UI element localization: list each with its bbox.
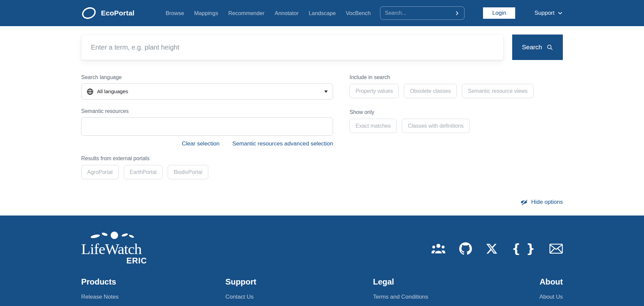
chip-resource-views[interactable]: Semantic resource views [462, 84, 534, 98]
footer-about-title: About [537, 277, 563, 287]
chip-classes-with-definitions[interactable]: Classes with definitions [402, 119, 470, 133]
lifewatch-eric: ERIC [81, 256, 147, 265]
mail-icon[interactable] [549, 244, 563, 254]
caret-down-icon [324, 90, 328, 93]
search-button[interactable]: Search [512, 35, 563, 60]
hide-options-label: Hide options [531, 199, 563, 205]
search-language-label: Search language [81, 74, 333, 80]
ecoportal-logo-icon [81, 6, 97, 20]
advanced-selection-link[interactable]: Semantic resources advanced selection [232, 140, 333, 147]
semantic-resources-label: Semantic resources [81, 108, 333, 114]
term-search-input[interactable] [81, 35, 503, 60]
x-twitter-icon[interactable] [486, 243, 498, 255]
semantic-resources-input[interactable] [81, 117, 333, 136]
nav-mappings[interactable]: Mappings [194, 10, 218, 16]
login-button[interactable]: Login [483, 7, 515, 19]
chip-earthportal[interactable]: EarthPortal [124, 165, 163, 179]
nav-annotator[interactable]: Annotator [275, 10, 299, 16]
chip-biodivportal[interactable]: BiodivPortal [168, 165, 208, 179]
footer-col-about: About About Us [537, 277, 563, 300]
brand-name: EcoPortal [101, 9, 135, 17]
nav-landscape[interactable]: Landscape [309, 10, 336, 16]
chevron-right-icon[interactable] [454, 10, 460, 16]
chip-property-values[interactable]: Property values [350, 84, 399, 98]
navbar-search-input[interactable] [385, 10, 454, 16]
footer-col-support: Support Contact Us [225, 277, 373, 300]
eye-slash-icon [520, 198, 528, 206]
lifewatch-logo-decoration [90, 232, 144, 242]
nav-browse[interactable]: Browse [166, 10, 184, 16]
nav-recommender[interactable]: Recommender [228, 10, 264, 16]
users-group-icon[interactable] [431, 243, 445, 254]
terms-link[interactable]: Terms and Conditions [373, 294, 537, 300]
include-in-search-label: Include in search [350, 74, 563, 80]
magnifier-icon [546, 44, 553, 51]
social-links: { } [431, 242, 563, 255]
lifewatch-wordmark: LifeWatch [81, 242, 148, 257]
ecoportal-brand[interactable]: EcoPortal [81, 6, 135, 20]
chip-obsolete-classes[interactable]: Obsolete classes [404, 84, 457, 98]
search-options-panel: Search language All languages Semantic r… [81, 74, 563, 179]
code-braces-icon[interactable]: { } [512, 243, 536, 255]
footer-legal-title: Legal [373, 277, 537, 287]
about-us-link[interactable]: About Us [537, 294, 563, 300]
footer-columns: Products Release Notes Support Contact U… [81, 277, 563, 300]
chevron-down-icon [557, 10, 563, 16]
hero-search: Search [81, 35, 563, 60]
footer-col-legal: Legal Terms and Conditions [373, 277, 537, 300]
contact-us-link[interactable]: Contact Us [225, 294, 373, 300]
chip-exact-matches[interactable]: Exact matches [350, 119, 397, 133]
top-navbar: EcoPortal Browse Mappings Recommender An… [0, 0, 644, 26]
footer: LifeWatch ERIC [0, 216, 644, 306]
github-icon[interactable] [459, 242, 472, 255]
globe-icon [87, 88, 94, 95]
release-notes-link[interactable]: Release Notes [81, 294, 225, 300]
footer-support-title: Support [225, 277, 373, 287]
navbar-search-box [380, 6, 465, 20]
lifewatch-logo[interactable]: LifeWatch ERIC [81, 234, 148, 263]
chip-agroportal[interactable]: AgroPortal [81, 165, 119, 179]
show-only-label: Show only [350, 109, 563, 115]
support-menu[interactable]: Support [534, 10, 563, 16]
hide-options-link[interactable]: Hide options [81, 198, 563, 216]
language-select[interactable]: All languages [81, 83, 333, 100]
footer-col-products: Products Release Notes [81, 277, 225, 300]
main-nav: Browse Mappings Recommender Annotator La… [166, 10, 371, 16]
external-portals-label: Results from external portals [81, 156, 333, 162]
language-select-value: All languages [97, 88, 128, 95]
support-label: Support [534, 10, 554, 16]
clear-selection-link[interactable]: Clear selection [182, 140, 219, 147]
search-button-label: Search [522, 44, 542, 51]
footer-products-title: Products [81, 277, 225, 287]
nav-vocbench[interactable]: VocBench [346, 10, 371, 16]
